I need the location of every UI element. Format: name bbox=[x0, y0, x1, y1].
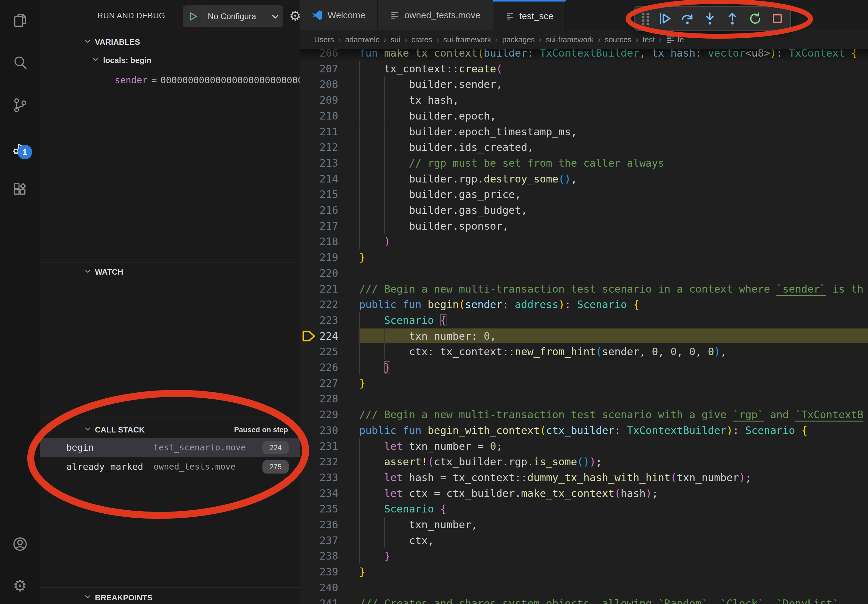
line-number[interactable]: 210 bbox=[299, 108, 338, 124]
variables-section-header[interactable]: VARIABLES bbox=[84, 34, 140, 50]
code-line-215[interactable]: 215 builder.gas_price, bbox=[299, 186, 868, 202]
breakpoints-section-header[interactable]: BREAKPOINTS bbox=[84, 590, 152, 604]
search-icon[interactable] bbox=[10, 53, 30, 73]
code-line-211[interactable]: 211 builder.epoch_timestamp_ms, bbox=[299, 124, 868, 139]
watch-section-header[interactable]: WATCH bbox=[84, 264, 123, 280]
code-line-209[interactable]: 209 tx_hash, bbox=[299, 92, 868, 108]
launch-config-control[interactable]: No Configura bbox=[183, 5, 283, 27]
code-line-241[interactable]: 241/// Creates and shares system objects… bbox=[299, 595, 868, 604]
code-line-228[interactable]: 228 bbox=[299, 391, 868, 407]
line-number[interactable]: 221 bbox=[299, 281, 338, 297]
files-icon[interactable] bbox=[10, 11, 30, 30]
continue-button[interactable] bbox=[655, 9, 675, 28]
line-number[interactable]: 236 bbox=[299, 517, 338, 533]
code-line-208[interactable]: 208 builder.sender, bbox=[299, 76, 868, 92]
line-number[interactable]: 240 bbox=[299, 580, 338, 595]
call-stack-frame-already_marked[interactable]: already_markedowned_tests.move275 bbox=[40, 457, 299, 476]
line-number[interactable]: 213 bbox=[299, 155, 338, 171]
line-number[interactable]: 237 bbox=[299, 533, 338, 548]
code-editor[interactable]: 206fun make_tx_context(builder: TxContex… bbox=[299, 0, 868, 604]
code-line-235[interactable]: 235 Scenario { bbox=[299, 501, 868, 517]
line-number[interactable]: 224 bbox=[299, 328, 338, 344]
line-number[interactable]: 232 bbox=[299, 454, 338, 469]
code-line-238[interactable]: 238 } bbox=[299, 548, 868, 564]
breadcrumb-item[interactable]: test bbox=[643, 35, 655, 44]
code-line-223[interactable]: 223 Scenario { bbox=[299, 312, 868, 328]
code-line-216[interactable]: 216 builder.gas_budget, bbox=[299, 202, 868, 218]
code-line-221[interactable]: 221/// Begin a new multi-transaction tes… bbox=[299, 281, 868, 297]
code-line-217[interactable]: 217 builder.sponsor, bbox=[299, 218, 868, 234]
code-line-229[interactable]: 229/// Begin a new multi-transaction tes… bbox=[299, 407, 868, 423]
line-number[interactable]: 218 bbox=[299, 234, 338, 249]
code-line-224[interactable]: 224 txn_number: 0, bbox=[299, 328, 868, 344]
tab-test_sce[interactable]: test_sce bbox=[493, 0, 566, 30]
line-number[interactable]: 208 bbox=[299, 76, 338, 92]
code-line-212[interactable]: 212 builder.ids_created, bbox=[299, 139, 868, 155]
breadcrumb-item-file[interactable]: te bbox=[666, 35, 684, 44]
stop-button[interactable] bbox=[767, 9, 787, 28]
code-line-237[interactable]: 237 ctx, bbox=[299, 533, 868, 548]
line-number[interactable]: 229 bbox=[299, 407, 338, 423]
breadcrumb-item[interactable]: sui-framework bbox=[443, 35, 491, 44]
breadcrumb-item[interactable]: packages bbox=[502, 35, 535, 44]
breadcrumb-item[interactable]: sui bbox=[391, 35, 400, 44]
extensions-icon[interactable] bbox=[10, 181, 30, 200]
line-number[interactable]: 214 bbox=[299, 171, 338, 187]
step-into-button[interactable] bbox=[700, 9, 720, 28]
code-line-232[interactable]: 232 assert!(ctx_builder.rgp.is_some()); bbox=[299, 454, 868, 469]
line-number[interactable]: 227 bbox=[299, 375, 338, 391]
code-line-225[interactable]: 225 ctx: tx_context::new_from_hint(sende… bbox=[299, 344, 868, 359]
code-line-210[interactable]: 210 builder.epoch, bbox=[299, 108, 868, 124]
line-number[interactable]: 241 bbox=[299, 595, 338, 604]
line-number[interactable]: 230 bbox=[299, 423, 338, 438]
line-number[interactable]: 231 bbox=[299, 438, 338, 454]
line-number[interactable]: 207 bbox=[299, 61, 338, 77]
code-line-218[interactable]: 218 ) bbox=[299, 234, 868, 249]
code-line-222[interactable]: 222public fun begin(sender: address): Sc… bbox=[299, 297, 868, 312]
settings-gear-icon[interactable]: ⚙ bbox=[10, 576, 30, 595]
line-number[interactable]: 223 bbox=[299, 312, 338, 328]
code-line-207[interactable]: 207 tx_context::create( bbox=[299, 61, 868, 77]
code-line-231[interactable]: 231 let txn_number = 0; bbox=[299, 438, 868, 454]
code-line-214[interactable]: 214 builder.rgp.destroy_some(), bbox=[299, 171, 868, 187]
code-line-213[interactable]: 213 // rgp must be set from the caller a… bbox=[299, 155, 868, 171]
code-line-234[interactable]: 234 let ctx = ctx_builder.make_tx_contex… bbox=[299, 485, 868, 501]
code-line-230[interactable]: 230public fun begin_with_context(ctx_bui… bbox=[299, 423, 868, 438]
config-dropdown-label[interactable]: No Configura bbox=[203, 12, 270, 21]
line-number[interactable]: 222 bbox=[299, 297, 338, 312]
variables-scope-row[interactable]: locals: begin bbox=[92, 52, 152, 68]
source-control-icon[interactable] bbox=[10, 96, 30, 115]
toolbar-gripper-icon[interactable] bbox=[639, 9, 653, 28]
line-number[interactable]: 228 bbox=[299, 391, 338, 407]
run-and-debug-icon[interactable]: 1 bbox=[10, 138, 30, 158]
line-number[interactable]: 212 bbox=[299, 139, 338, 155]
code-line-226[interactable]: 226 } bbox=[299, 359, 868, 375]
tab-welcome[interactable]: Welcome bbox=[299, 0, 378, 30]
code-line-220[interactable]: 220 bbox=[299, 265, 868, 281]
start-debugging-button[interactable] bbox=[183, 6, 203, 27]
step-out-button[interactable] bbox=[722, 9, 742, 28]
line-number[interactable]: 215 bbox=[299, 186, 338, 202]
line-number[interactable]: 225 bbox=[299, 344, 338, 359]
restart-button[interactable] bbox=[745, 9, 765, 28]
breadcrumb-item[interactable]: adamwelc bbox=[345, 35, 380, 44]
step-over-button[interactable] bbox=[677, 9, 698, 28]
line-number[interactable]: 219 bbox=[299, 249, 338, 265]
tab-owned_tests-move[interactable]: owned_tests.move bbox=[378, 0, 493, 30]
account-icon[interactable] bbox=[10, 534, 30, 554]
line-number[interactable]: 239 bbox=[299, 564, 338, 580]
line-number[interactable]: 226 bbox=[299, 359, 338, 375]
code-line-227[interactable]: 227} bbox=[299, 375, 868, 391]
code-line-219[interactable]: 219} bbox=[299, 249, 868, 265]
line-number[interactable]: 211 bbox=[299, 124, 338, 139]
line-number[interactable]: 220 bbox=[299, 265, 338, 281]
line-number[interactable]: 216 bbox=[299, 202, 338, 218]
line-number[interactable]: 233 bbox=[299, 469, 338, 485]
line-number[interactable]: 238 bbox=[299, 548, 338, 564]
call-stack-frame-begin[interactable]: begintest_scenario.move224 bbox=[40, 438, 299, 457]
code-line-239[interactable]: 239} bbox=[299, 564, 868, 580]
line-number[interactable]: 234 bbox=[299, 485, 338, 501]
breadcrumb-item[interactable]: Users bbox=[314, 35, 334, 44]
breadcrumb-item[interactable]: sui-framework bbox=[546, 35, 594, 44]
code-line-233[interactable]: 233 let hash = tx_context::dummy_tx_hash… bbox=[299, 469, 868, 485]
